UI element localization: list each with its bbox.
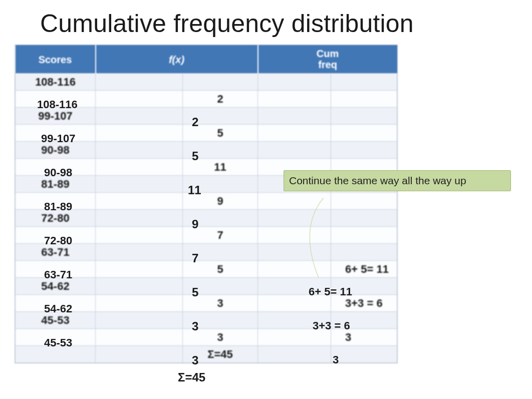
table-row: 72-80 <box>16 210 397 227</box>
callout-text: Continue the same way all the way up <box>289 175 466 187</box>
table-row: 3 3 <box>16 329 397 346</box>
table-row: 63-71 <box>16 244 397 261</box>
cum-cell: 3 <box>331 329 397 346</box>
table-row: 5 <box>16 125 397 142</box>
callout-box: Continue the same way all the way up <box>284 170 511 191</box>
fx-cell: 5 <box>183 261 258 278</box>
score-cell: 99-107 <box>16 108 96 125</box>
header-scores: Scores <box>16 45 96 74</box>
table-body: 108-116 2 99-107 5 90-98 <box>16 74 397 363</box>
score-cell: 108-116 <box>16 74 96 91</box>
table-header-row: Scores f(x) Cumfreq <box>16 45 397 74</box>
cum-cell <box>331 91 397 108</box>
header-cumfreq-text: Cumfreq <box>317 48 339 70</box>
table-row: 2 <box>16 91 397 108</box>
table-row: 45-53 <box>16 312 397 329</box>
crisp-sum: Σ=45 <box>178 370 205 384</box>
cum-cell: 6+ 5= 11 <box>331 261 397 278</box>
table-row: 99-107 <box>16 108 397 125</box>
cum-cell: 3+3 = 6 <box>331 295 397 312</box>
frequency-table: Scores f(x) Cumfreq 108-116 2 99-107 <box>15 45 397 363</box>
table-sum-row: Σ=45 <box>16 346 397 363</box>
fx-cell: 11 <box>183 159 258 176</box>
slide-title: Cumulative frequency distribution <box>40 9 532 38</box>
table-row: 108-116 <box>16 74 397 91</box>
cum-cell <box>331 227 397 244</box>
header-fx: f(x) <box>96 45 258 74</box>
table-row: 3 3+3 = 6 <box>16 295 397 312</box>
score-cell: 54-62 <box>16 278 96 295</box>
score-cell: 90-98 <box>16 142 96 159</box>
frequency-table-wrap: Scores f(x) Cumfreq 108-116 2 99-107 <box>15 45 397 363</box>
fx-cell: 3 <box>183 329 258 346</box>
fx-cell: 2 <box>183 91 258 108</box>
cum-cell <box>331 193 397 210</box>
table-row: 54-62 <box>16 278 397 295</box>
table-row: 5 6+ 5= 11 <box>16 261 397 278</box>
fx-cell: 5 <box>183 125 258 142</box>
score-cell: 72-80 <box>16 210 96 227</box>
score-cell: 45-53 <box>16 312 96 329</box>
fx-cell: 7 <box>183 227 258 244</box>
fx-cell: 9 <box>183 193 258 210</box>
sum-cell: Σ=45 <box>183 346 258 363</box>
header-cumfreq: Cumfreq <box>258 45 397 74</box>
score-cell: 81-89 <box>16 176 96 193</box>
score-cell: 63-71 <box>16 244 96 261</box>
table-row: 90-98 <box>16 142 397 159</box>
table-row: 7 <box>16 227 397 244</box>
cum-cell <box>331 125 397 142</box>
fx-cell: 3 <box>183 295 258 312</box>
table-row: 9 <box>16 193 397 210</box>
